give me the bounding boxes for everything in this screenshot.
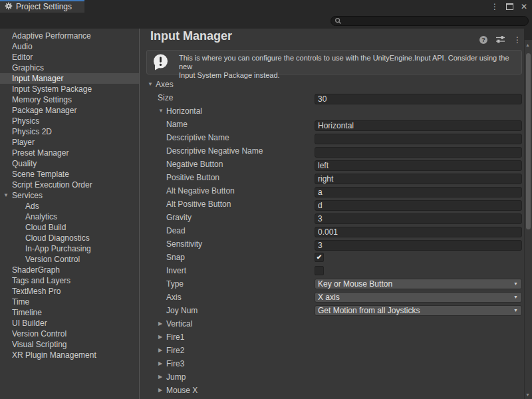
sidebar-item-label: Graphics [12, 63, 44, 72]
sidebar-item-quality[interactable]: Quality [0, 158, 139, 169]
sidebar-item-label: Ads [25, 201, 39, 211]
positive-button-input[interactable] [315, 174, 522, 184]
help-icon[interactable]: ? [479, 36, 487, 44]
sidebar-item-timeline[interactable]: Timeline [0, 307, 139, 318]
joy-num-dropdown[interactable]: Get Motion from all Joysticks ▼ [315, 305, 522, 316]
type-dropdown[interactable]: Key or Mouse Button ▼ [315, 279, 522, 289]
info-exclamation-icon [152, 54, 169, 74]
field-label: Joy Num [166, 306, 198, 315]
foldout-fire1[interactable]: ▶ Fire1 [140, 331, 524, 344]
axis-dropdown[interactable]: X axis ▼ [315, 292, 522, 303]
foldout-open-icon[interactable]: ▼ [148, 81, 153, 87]
sidebar-item-analytics[interactable]: Analytics [0, 211, 139, 222]
scrollbar-thumb[interactable] [526, 53, 531, 229]
foldout-closed-icon[interactable]: ▶ [158, 347, 162, 353]
sidebar-item-label: Scene Template [12, 170, 69, 179]
foldout-label: Fire1 [166, 332, 184, 342]
scroll-down-icon[interactable]: ▼ [525, 392, 530, 397]
search-input[interactable] [344, 17, 528, 25]
sidebar-item-tags-and-layers[interactable]: Tags and Layers [0, 275, 139, 286]
foldout-axes[interactable]: ▼ Axes [140, 78, 524, 91]
sidebar-item-textmesh-pro[interactable]: TextMesh Pro [0, 286, 139, 297]
name-input[interactable] [315, 120, 522, 131]
tab-bar: Project Settings ⋮ ✕ [0, 0, 532, 13]
foldout-closed-icon[interactable]: ▶ [158, 321, 162, 327]
foldout-closed-icon[interactable]: ▶ [158, 334, 162, 340]
invert-checkbox[interactable] [315, 266, 324, 275]
row-type: Type Key or Mouse Button ▼ [140, 277, 524, 291]
foldout-open-icon[interactable]: ▼ [158, 108, 164, 114]
sidebar-item-xr-plugin-management[interactable]: XR Plugin Management [0, 350, 139, 360]
sidebar-item-physics-2d[interactable]: Physics 2D [0, 126, 139, 137]
negative-button-input[interactable] [315, 160, 522, 171]
sidebar-item-memory-settings[interactable]: Memory Settings [0, 94, 139, 105]
sidebar-item-cloud-diagnostics[interactable]: Cloud Diagnostics [0, 233, 139, 243]
size-input[interactable] [315, 94, 522, 104]
alt-positive-button-input[interactable] [315, 200, 522, 211]
foldout-mouse-x[interactable]: ▶ Mouse X [140, 384, 524, 397]
sidebar-item-script-execution-order[interactable]: Script Execution Order [0, 180, 139, 190]
scroll-up-icon[interactable]: ▲ [525, 43, 530, 47]
window-menu-kebab-icon[interactable]: ⋮ [491, 3, 499, 11]
sidebar-item-visual-scripting[interactable]: Visual Scripting [0, 339, 139, 350]
row-descriptive-name: Descriptive Name [140, 131, 524, 144]
dead-input[interactable] [315, 227, 522, 237]
sidebar-item-editor[interactable]: Editor [0, 52, 139, 63]
search-field[interactable] [331, 16, 529, 26]
sidebar-item-scene-template[interactable]: Scene Template [0, 169, 139, 180]
foldout-fire3[interactable]: ▶ Fire3 [140, 357, 524, 370]
tab-project-settings[interactable]: Project Settings [0, 0, 84, 13]
sidebar-item-label: Tags and Layers [12, 276, 70, 285]
field-label: Alt Positive Button [166, 200, 231, 209]
foldout-open-icon[interactable]: ▼ [3, 190, 9, 201]
foldout-vertical[interactable]: ▶ Vertical [140, 317, 524, 331]
sidebar-item-audio[interactable]: Audio [0, 41, 139, 52]
gravity-input[interactable] [315, 213, 522, 224]
foldout-horizontal[interactable]: ▼ Horizontal [140, 104, 524, 118]
sidebar-item-ui-builder[interactable]: UI Builder [0, 318, 139, 329]
sidebar-item-label: Audio [12, 42, 33, 51]
descriptive-negative-name-input[interactable] [315, 147, 522, 158]
descriptive-name-input[interactable] [315, 134, 522, 144]
close-icon[interactable]: ✕ [521, 3, 527, 11]
sidebar-item-physics[interactable]: Physics [0, 116, 139, 126]
sidebar-item-label: Script Execution Order [12, 180, 92, 190]
sidebar-item-label: Version Control [25, 255, 80, 264]
row-name: Name [140, 118, 524, 131]
sensitivity-input[interactable] [315, 240, 522, 251]
sidebar-item-shadergraph[interactable]: ShaderGraph [0, 265, 139, 275]
info-text: This is where you can configure the cont… [179, 54, 515, 80]
field-label: Negative Button [166, 160, 223, 169]
sidebar-item-cloud-build[interactable]: Cloud Build [0, 222, 139, 233]
sidebar-item-version-control-service[interactable]: Version Control [0, 254, 139, 265]
sidebar-item-label: Cloud Diagnostics [25, 233, 90, 243]
panel-menu-kebab-icon[interactable]: ⋮ [513, 36, 521, 44]
sidebar-item-preset-manager[interactable]: Preset Manager [0, 148, 139, 158]
info-box: This is where you can configure the cont… [146, 50, 522, 74]
sidebar-item-input-system-package[interactable]: Input System Package [0, 84, 139, 94]
sidebar-item-adaptive-performance[interactable]: Adaptive Performance [0, 31, 139, 41]
settings-sidebar: Adaptive Performance Audio Editor Graphi… [0, 29, 140, 399]
sidebar-item-time[interactable]: Time [0, 297, 139, 307]
foldout-closed-icon[interactable]: ▶ [158, 374, 162, 380]
foldout-fire2[interactable]: ▶ Fire2 [140, 344, 524, 357]
sidebar-item-package-manager[interactable]: Package Manager [0, 105, 139, 116]
sidebar-item-graphics[interactable]: Graphics [0, 63, 139, 73]
sidebar-item-services[interactable]: ▼ Services [0, 190, 139, 201]
sidebar-item-ads[interactable]: Ads [0, 201, 139, 211]
row-negative-button: Negative Button [140, 158, 524, 171]
sidebar-item-input-manager[interactable]: Input Manager [0, 73, 139, 84]
foldout-jump[interactable]: ▶ Jump [140, 370, 524, 384]
snap-checkbox[interactable]: ✔ [315, 253, 324, 262]
sidebar-item-label: XR Plugin Management [12, 350, 96, 360]
foldout-closed-icon[interactable]: ▶ [158, 360, 162, 366]
sidebar-item-player[interactable]: Player [0, 137, 139, 148]
alt-negative-button-input[interactable] [315, 187, 522, 198]
checkmark-icon: ✔ [317, 254, 322, 261]
presets-icon[interactable] [495, 34, 505, 46]
sidebar-item-in-app-purchasing[interactable]: In-App Purchasing [0, 243, 139, 254]
maximize-icon[interactable] [506, 3, 513, 10]
sidebar-item-version-control[interactable]: Version Control [0, 329, 139, 339]
foldout-closed-icon[interactable]: ▶ [158, 387, 162, 393]
field-label: Sensitivity [166, 239, 202, 249]
